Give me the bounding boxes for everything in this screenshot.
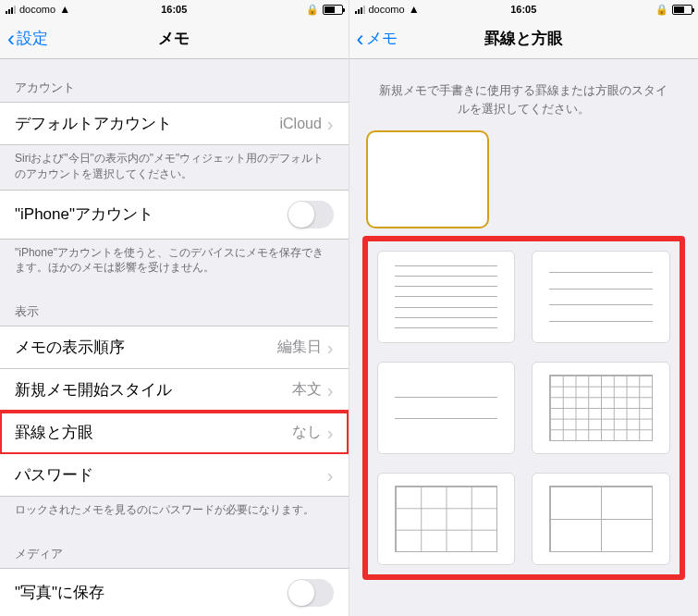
row-value: なし [292, 423, 322, 442]
row-label: デフォルトアカウント [15, 113, 279, 134]
status-bar: docomo ▲ 16:05 🔒 [0, 0, 349, 18]
battery-icon [323, 5, 343, 15]
style-option-lines-wide[interactable] [532, 251, 670, 343]
section-footer-iphone: "iPhone"アカウントを使うと、このデバイスにメモを保存できます。ほかのメモ… [0, 240, 349, 284]
wifi-icon: ▲ [59, 3, 70, 16]
chevron-right-icon: › [327, 115, 334, 133]
lock-icon: 🔒 [306, 4, 319, 16]
chevron-right-icon: › [327, 424, 334, 442]
row-label: "写真"に保存 [15, 582, 288, 603]
carrier-label: docomo [19, 4, 55, 15]
back-button[interactable]: ‹ メモ [357, 28, 398, 50]
section-header-display: 表示 [0, 283, 349, 326]
signal-icon [6, 5, 16, 14]
row-iphone-account[interactable]: "iPhone"アカウント [0, 190, 349, 240]
battery-icon [672, 5, 692, 15]
style-option-lines-narrow[interactable] [377, 251, 516, 343]
chevron-right-icon: › [327, 339, 334, 357]
row-value: 編集日 [277, 338, 322, 357]
toggle-iphone-account[interactable] [288, 201, 334, 228]
row-label: 罫線と方眼 [15, 422, 292, 443]
chevron-right-icon: › [327, 466, 334, 485]
style-option-blank-selected[interactable] [366, 130, 489, 228]
row-label: パスワード [15, 464, 327, 486]
picker-description: 新規メモで手書きに使用する罫線または方眼のスタイルを選択してください。 [349, 59, 699, 130]
style-option-grid-large[interactable] [532, 473, 670, 565]
row-save-to-photos[interactable]: "写真"に保存 [0, 568, 349, 616]
settings-memo-screen: docomo ▲ 16:05 🔒 ‹ 設定 メモ アカウント デフォルトアカウン… [0, 0, 349, 616]
settings-list[interactable]: アカウント デフォルトアカウント iCloud › Siriおよび"今日"の表示… [0, 59, 349, 616]
back-button[interactable]: ‹ 設定 [7, 28, 48, 50]
toggle-save-to-photos[interactable] [288, 579, 334, 607]
style-option-grid-medium[interactable] [377, 473, 516, 565]
row-default-account[interactable]: デフォルトアカウント iCloud › [0, 102, 349, 145]
chevron-left-icon: ‹ [7, 28, 15, 50]
row-value: iCloud [279, 116, 321, 132]
wifi-icon: ▲ [409, 3, 420, 16]
carrier-label: docomo [369, 4, 405, 15]
style-options-highlight [362, 236, 686, 580]
section-footer-password: ロックされたメモを見るのにパスワードが必要になります。 [0, 497, 349, 525]
row-sort-order[interactable]: メモの表示順序 編集日 › [0, 326, 349, 369]
section-footer-account: Siriおよび"今日"の表示内の"メモ"ウィジェット用のデフォルトのアカウントを… [0, 145, 349, 190]
row-value: 本文 [292, 380, 322, 400]
lines-grid-screen: docomo ▲ 16:05 🔒 ‹ メモ 罫線と方眼 新規メモで手書きに使用す… [349, 0, 699, 616]
page-title: 罫線と方眼 [349, 28, 699, 49]
style-option-lines-sparse[interactable] [377, 362, 516, 454]
row-lines-and-grid[interactable]: 罫線と方眼 なし › [0, 412, 349, 454]
back-label: メモ [366, 28, 398, 49]
back-label: 設定 [17, 28, 48, 49]
section-header-account: アカウント [0, 59, 349, 102]
nav-bar: ‹ メモ 罫線と方眼 [349, 18, 699, 59]
chevron-left-icon: ‹ [357, 28, 364, 50]
chevron-right-icon: › [327, 381, 334, 400]
row-password[interactable]: パスワード › [0, 454, 349, 497]
style-option-grid-small[interactable] [532, 362, 670, 454]
row-start-style[interactable]: 新規メモ開始スタイル 本文 › [0, 369, 349, 412]
lock-icon: 🔒 [655, 4, 668, 16]
status-bar: docomo ▲ 16:05 🔒 [349, 0, 699, 18]
signal-icon [355, 5, 365, 14]
nav-bar: ‹ 設定 メモ [0, 18, 349, 59]
section-header-media: メディア [0, 525, 349, 568]
style-picker: 新規メモで手書きに使用する罫線または方眼のスタイルを選択してください。 [349, 59, 699, 616]
row-label: メモの表示順序 [15, 337, 277, 358]
row-label: "iPhone"アカウント [15, 203, 288, 225]
row-label: 新規メモ開始スタイル [15, 379, 292, 400]
page-title: メモ [0, 28, 349, 49]
